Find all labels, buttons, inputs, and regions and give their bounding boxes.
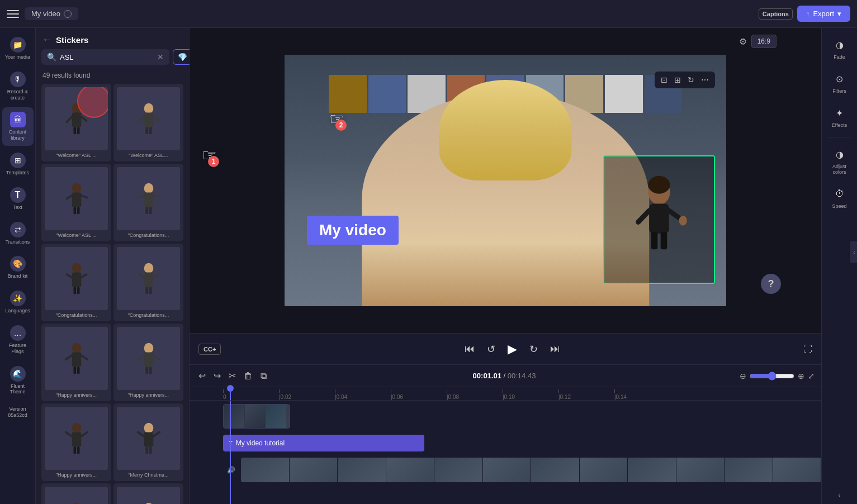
ruler-tick-0 bbox=[223, 389, 224, 393]
zoom-slider[interactable] bbox=[750, 372, 794, 381]
sticker-item-0[interactable]: "Welcome" ASL ... bbox=[41, 84, 111, 161]
sidebar-item-content-library[interactable]: 🏛 Content library bbox=[2, 107, 34, 146]
filmstrip-frame-6 bbox=[483, 458, 532, 482]
sidebar-item-feature-flags[interactable]: … Feature Flags bbox=[2, 321, 34, 359]
back-button[interactable]: ← bbox=[42, 35, 51, 45]
redo-button[interactable]: ↪ bbox=[211, 368, 223, 383]
undo-button[interactable]: ↩ bbox=[196, 368, 208, 383]
sticker-thumb-1 bbox=[117, 87, 180, 150]
video-filmstrip[interactable] bbox=[241, 458, 821, 482]
tab-icon bbox=[64, 10, 72, 18]
sidebar-label-content-library: Content library bbox=[4, 129, 31, 141]
svg-rect-25 bbox=[72, 272, 81, 287]
collapse-right-sidebar-button[interactable]: ‹ bbox=[838, 491, 841, 500]
zoom-controls: ⊖ ⊕ ⤢ bbox=[740, 372, 815, 381]
export-button[interactable]: ↑ Export ▾ bbox=[797, 6, 850, 22]
stickers-grid: "Welcome" ASL ... "Welcome" ASL... bbox=[36, 84, 189, 504]
right-tool-effects[interactable]: ✦ Effects bbox=[824, 101, 855, 132]
scroll-arrow[interactable]: ‹ bbox=[850, 241, 857, 263]
cut-button[interactable]: ✂ bbox=[226, 368, 238, 383]
clear-search-button[interactable]: ✕ bbox=[157, 53, 164, 61]
help-button[interactable]: ? bbox=[761, 274, 781, 294]
cc-add-button[interactable]: CC+ bbox=[198, 344, 221, 355]
text-track-clip[interactable]: T My video tutorial bbox=[223, 435, 424, 451]
sticker-thumb-11 bbox=[117, 487, 180, 504]
sticker-item-8[interactable]: "Happy annivers... bbox=[41, 403, 111, 481]
zoom-in-button[interactable]: ⊕ bbox=[798, 372, 804, 381]
rewind-5-button[interactable]: ↺ bbox=[485, 341, 498, 358]
sidebar-item-record-create[interactable]: 🎙 Record & create bbox=[2, 67, 34, 106]
right-tool-speed[interactable]: ⏱ Speed bbox=[824, 182, 855, 213]
timeline-ruler: 0 |0:02 |0:04 |0:06 bbox=[190, 387, 821, 401]
video-track-clip[interactable] bbox=[223, 404, 290, 429]
captions-button[interactable]: Captions bbox=[759, 8, 793, 20]
sticker-item-1[interactable]: "Welcome" ASL... bbox=[113, 84, 183, 161]
svg-line-33 bbox=[153, 274, 158, 278]
topbar-right: Captions ↑ Export ▾ bbox=[759, 6, 850, 22]
sticker-item-9[interactable]: "Merry Christma... bbox=[113, 403, 183, 481]
sidebar-item-languages[interactable]: ✨ Languages bbox=[2, 286, 34, 318]
timeline-toolbar: ↩ ↪ ✂ 🗑 ⧉ 00:01.01 / 00:14.43 ⊖ ⊕ ⤢ bbox=[190, 365, 821, 387]
forward-5-button[interactable]: ↻ bbox=[527, 341, 540, 358]
duplicate-button[interactable]: ⧉ bbox=[258, 369, 269, 383]
topbar: My video Captions ↑ Export ▾ bbox=[0, 0, 857, 28]
delete-button[interactable]: 🗑 bbox=[242, 369, 255, 383]
svg-line-21 bbox=[153, 196, 159, 197]
sticker-item-5[interactable]: "Congratulations... bbox=[113, 244, 183, 321]
aspect-ratio-button[interactable]: 16:9 bbox=[751, 35, 776, 48]
search-input[interactable] bbox=[60, 53, 154, 61]
sticker-item-2[interactable]: "Welcome" ASL ... bbox=[41, 164, 111, 241]
sticker-item-7[interactable]: "Happy annivers... bbox=[113, 324, 183, 401]
languages-icon: ✨ bbox=[10, 291, 26, 306]
sticker-item-11[interactable]: "Merry Christma... bbox=[113, 483, 183, 504]
sidebar-item-brand-kit[interactable]: 🎨 Brand kit bbox=[2, 251, 34, 284]
sidebar-item-transitions[interactable]: ⇄ Transitions bbox=[2, 217, 34, 250]
overlay-resize-button[interactable]: ⊡ bbox=[659, 74, 669, 86]
svg-line-50 bbox=[65, 432, 72, 436]
overlay-crop-button[interactable]: ⊞ bbox=[673, 74, 683, 86]
asl-character-overlay[interactable] bbox=[603, 155, 715, 284]
skip-forward-button[interactable]: ⏭ bbox=[548, 341, 562, 357]
sidebar-item-your-media[interactable]: 📁 Your media bbox=[2, 32, 34, 65]
right-tool-fade[interactable]: ◑ Fade bbox=[824, 32, 855, 64]
time-display: 00:01.01 / 00:14.43 bbox=[272, 372, 736, 380]
svg-line-44 bbox=[138, 355, 144, 359]
menu-button[interactable] bbox=[7, 8, 19, 20]
sticker-label-1: "Welcome" ASL... bbox=[117, 153, 180, 158]
overlay-more-button[interactable]: ⋯ bbox=[699, 74, 711, 86]
right-tool-filters[interactable]: ⊙ Filters bbox=[824, 66, 855, 98]
sticker-item-10[interactable]: "Merry Christma... bbox=[41, 483, 111, 504]
canvas-settings-button[interactable]: ⚙ bbox=[739, 35, 747, 48]
sidebar-item-fluent-theme[interactable]: 🌊 Fluent Theme bbox=[2, 362, 34, 400]
fit-timeline-button[interactable]: ⤢ bbox=[808, 372, 815, 381]
project-tab[interactable]: My video bbox=[25, 7, 78, 20]
svg-point-36 bbox=[72, 343, 81, 353]
svg-line-20 bbox=[138, 196, 144, 198]
svg-line-32 bbox=[139, 274, 144, 278]
overlay-rotate-button[interactable]: ↻ bbox=[686, 74, 696, 86]
sticker-item-6[interactable]: "Happy annivers... bbox=[41, 324, 111, 401]
audio-icon: 🔊 bbox=[223, 458, 239, 482]
svg-point-6 bbox=[144, 103, 153, 113]
svg-point-85 bbox=[648, 176, 670, 194]
ruler-tick-7 bbox=[614, 389, 615, 393]
play-button[interactable]: ▶ bbox=[505, 340, 519, 359]
filmstrip-frame-5 bbox=[434, 458, 483, 482]
sticker-item-3[interactable]: "Congratulations... bbox=[113, 164, 183, 241]
svg-line-27 bbox=[81, 274, 86, 278]
ctrl-center: ⏮ ↺ ▶ ↻ ⏭ bbox=[221, 340, 803, 359]
sidebar-item-templates[interactable]: ⊞ Templates bbox=[2, 148, 34, 180]
ruler-tick-6 bbox=[558, 389, 559, 393]
fullscreen-button[interactable]: ⛶ bbox=[803, 344, 812, 354]
zoom-out-button[interactable]: ⊖ bbox=[740, 372, 746, 381]
skip-back-button[interactable]: ⏮ bbox=[462, 341, 477, 357]
sidebar-item-text[interactable]: T Text bbox=[2, 183, 34, 215]
filmstrip-frame-7 bbox=[531, 458, 580, 482]
sticker-thumb-3 bbox=[117, 167, 180, 230]
svg-rect-31 bbox=[144, 272, 153, 287]
right-tool-adjust-colors[interactable]: ◑ Adjust colors bbox=[824, 142, 855, 179]
svg-rect-19 bbox=[144, 192, 153, 207]
sticker-item-4[interactable]: "Congratulations... bbox=[41, 244, 111, 321]
svg-line-9 bbox=[153, 116, 159, 120]
svg-rect-55 bbox=[144, 432, 153, 446]
